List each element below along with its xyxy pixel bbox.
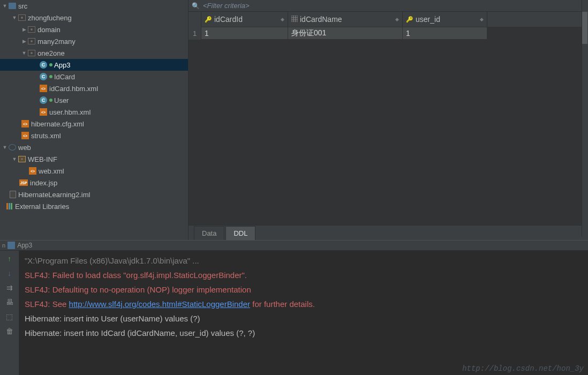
xml-icon	[21, 120, 29, 128]
sort-icon: ◆	[393, 17, 399, 22]
column-label: idCardName	[300, 15, 342, 24]
package-icon	[28, 50, 35, 56]
web-folder-icon	[9, 144, 16, 151]
tree-node-webinf[interactable]: WEB-INF	[0, 153, 188, 165]
project-tree-sidebar: src zhongfucheng domain many2many one2on…	[0, 0, 189, 240]
console-toolbar: ↑ ↓ ⇉ 🖶 ⬚ 🗑	[0, 251, 19, 375]
expand-icon[interactable]	[21, 27, 27, 32]
class-icon	[40, 96, 47, 104]
tab-ddl[interactable]: DDL	[225, 226, 255, 240]
grid-cell[interactable]: 1	[403, 27, 487, 39]
grid-cell[interactable]: 1	[201, 27, 288, 39]
grid-cell[interactable]: 身份证001	[288, 27, 403, 39]
console-line: Hibernate: insert into IdCard (idCardNam…	[25, 328, 255, 338]
run-config-label[interactable]: App3	[17, 242, 32, 249]
tree-label: zhongfucheng	[28, 14, 72, 22]
expand-icon[interactable]	[12, 156, 17, 162]
row-num-header	[189, 12, 201, 27]
tree-node-one2one[interactable]: one2one	[0, 47, 188, 59]
stop-icon[interactable]: ↓	[5, 268, 14, 278]
run-config-icon	[7, 242, 15, 249]
result-grid: idCardId ◆ idCardName ◆ user_id ◆	[189, 12, 588, 40]
tree-node-web-xml[interactable]: web.xml	[0, 165, 188, 177]
scroll-end-icon[interactable]: ⬚	[5, 312, 14, 321]
column-header-idcardname[interactable]: idCardName ◆	[288, 12, 403, 27]
toggle-wrap-icon[interactable]: ⇉	[5, 283, 14, 292]
sort-icon: ◆	[278, 17, 284, 22]
console-line: SLF4J: See	[25, 299, 69, 309]
column-header-userid[interactable]: user_id ◆	[403, 12, 487, 27]
package-icon	[18, 14, 26, 21]
package-icon	[28, 38, 35, 44]
folder-icon	[18, 156, 26, 162]
grid-row[interactable]: 1 1 身份证001 1	[189, 27, 588, 40]
row-number: 1	[189, 27, 201, 40]
tree-node-src[interactable]: src	[0, 0, 188, 12]
tree-label: src	[18, 2, 27, 10]
clear-icon[interactable]: 🗑	[5, 326, 14, 336]
tree-label: one2one	[37, 49, 65, 57]
expand-icon[interactable]	[2, 3, 7, 9]
tree-node-user-hbm[interactable]: user.hbm.xml	[0, 106, 188, 118]
tree-label: web	[18, 144, 31, 152]
tree-label: web.xml	[39, 167, 64, 175]
console-line: Hibernate: insert into User (userName) v…	[25, 314, 200, 323]
tree-node-user[interactable]: User	[0, 94, 188, 106]
expand-icon[interactable]	[21, 39, 27, 44]
tree-label: App3	[54, 61, 70, 69]
runnable-icon	[49, 63, 52, 66]
tree-node-idcard-hbm[interactable]: idCard.hbm.xml	[0, 82, 188, 94]
tree-node-zhongfucheng[interactable]: zhongfucheng	[0, 12, 188, 24]
expand-icon[interactable]	[2, 145, 7, 150]
run-tab-bar: n App3	[0, 240, 588, 251]
column-label: user_id	[416, 15, 440, 24]
print-icon[interactable]: 🖶	[5, 297, 14, 307]
tree-node-hibernate-cfg[interactable]: hibernate.cfg.xml	[0, 118, 188, 130]
console-line: SLF4J: Failed to load class "org.slf4j.i…	[25, 271, 247, 280]
console-link[interactable]: http://www.slf4j.org/codes.html#StaticLo…	[69, 299, 251, 309]
sort-icon: ◆	[478, 17, 484, 22]
tree-label: WEB-INF	[28, 155, 57, 163]
result-tabs: Data DDL	[189, 225, 588, 240]
expand-icon[interactable]	[12, 15, 17, 20]
tree-label: struts.xml	[31, 132, 61, 140]
expand-icon[interactable]	[21, 50, 27, 56]
xml-icon	[29, 167, 36, 175]
tree-node-struts-xml[interactable]: struts.xml	[0, 130, 188, 141]
data-grid-panel: 🔍 <Filter criteria> idCardId ◆ idCardNam…	[189, 0, 588, 240]
filter-input[interactable]: <Filter criteria>	[203, 2, 250, 10]
folder-icon	[9, 3, 16, 9]
console-output[interactable]: "X:\Program Files (x86)\Java\jdk1.7.0\bi…	[19, 251, 588, 375]
iml-icon	[10, 191, 16, 198]
tree-node-domain[interactable]: domain	[0, 24, 188, 35]
tree-label: User	[54, 96, 69, 104]
tree-node-web[interactable]: web	[0, 141, 188, 153]
tree-node-index-jsp[interactable]: JSPindex.jsp	[0, 177, 188, 189]
tree-label: idCard.hbm.xml	[49, 85, 98, 93]
console-line: for further details.	[250, 299, 315, 309]
svg-rect-0	[291, 16, 298, 22]
rerun-icon[interactable]: ↑	[5, 254, 14, 264]
tree-node-app3[interactable]: App3	[0, 59, 188, 71]
xml-icon	[40, 85, 47, 92]
tree-label: External Libraries	[15, 202, 69, 211]
run-prefix: n	[2, 242, 5, 249]
tree-node-iml[interactable]: HibernateLearning2.iml	[0, 189, 188, 200]
console-panel: ↑ ↓ ⇉ 🖶 ⬚ 🗑 "X:\Program Files (x86)\Java…	[0, 251, 588, 375]
tree-label: HibernateLearning2.iml	[18, 191, 90, 199]
runnable-icon	[49, 75, 52, 78]
tab-data[interactable]: Data	[194, 226, 224, 240]
console-line: "X:\Program Files (x86)\Java\jdk1.7.0\bi…	[25, 256, 199, 265]
tree-node-idcard[interactable]: IdCard	[0, 71, 188, 82]
column-label: idCardId	[214, 15, 243, 24]
tree-node-many2many[interactable]: many2many	[0, 35, 188, 47]
column-header-idcardid[interactable]: idCardId ◆	[201, 12, 288, 27]
watermark: http://blog.csdn.net/hon_3y	[462, 364, 584, 373]
column-icon	[291, 15, 298, 24]
filter-bar: 🔍 <Filter criteria>	[189, 0, 588, 12]
tree-label: IdCard	[54, 73, 75, 81]
tree-label: hibernate.cfg.xml	[31, 120, 84, 128]
search-icon: 🔍	[192, 2, 200, 10]
tree-node-ext-libs[interactable]: External Libraries	[0, 200, 188, 212]
xml-icon	[40, 108, 47, 116]
